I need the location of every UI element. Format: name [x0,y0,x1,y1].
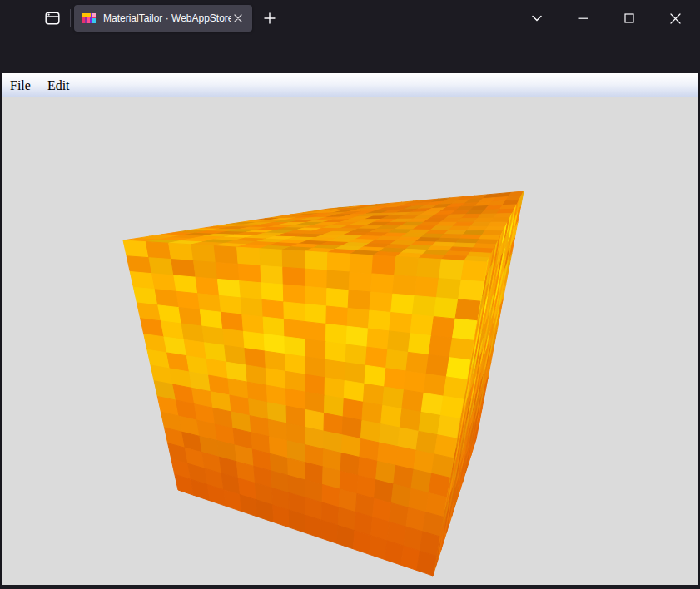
window-close-button[interactable] [661,5,689,32]
tab-list-chevron-icon [531,12,543,24]
menu-file[interactable]: File [5,78,36,93]
tab-close-icon [234,14,242,22]
tab-favicon [82,12,96,25]
firefox-view-icon [44,10,61,27]
minimize-icon [578,13,588,23]
material-preview-viewport[interactable] [2,97,698,585]
active-tab[interactable]: MaterialTailor · WebAppStore [74,5,252,32]
window-border-bottom [0,585,700,589]
maximize-button[interactable] [615,5,643,32]
new-tab-button[interactable] [260,8,280,28]
window-border-left [0,73,2,585]
minimize-button[interactable] [569,5,598,32]
list-all-tabs-button[interactable] [523,5,551,32]
cube-render-canvas[interactable] [2,97,698,585]
app-menu-bar: File Edit [2,73,698,97]
tab-close-button[interactable] [231,11,246,26]
firefox-window: { "browser": { "tab": { "title": "Materi… [0,0,700,589]
firefox-view-button[interactable] [40,7,65,29]
window-close-icon [670,13,681,24]
new-tab-icon [264,12,276,24]
navigation-toolbar: localhost:5000/app/materialtailor/materi… [0,37,700,73]
tab-separator [70,9,71,27]
tab-bar: MaterialTailor · WebAppStore [0,0,700,37]
menu-edit[interactable]: Edit [42,78,75,93]
tab-title: MaterialTailor · WebAppStore [103,12,231,24]
maximize-icon [624,13,634,23]
